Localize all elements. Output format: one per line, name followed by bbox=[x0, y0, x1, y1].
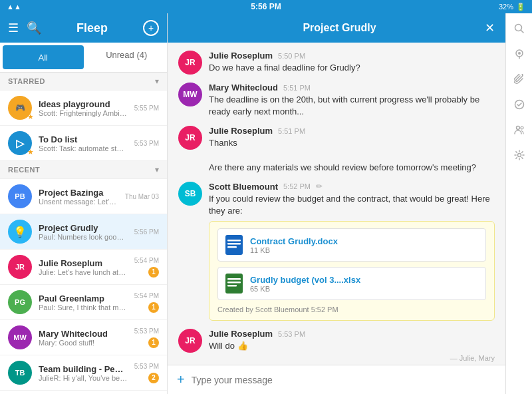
svg-rect-3 bbox=[227, 246, 237, 248]
message-text: Do we have a final deadline for Grudly? bbox=[209, 62, 495, 74]
conv-content: Julie Roseplum Julie: Let's have lunch a… bbox=[39, 258, 128, 276]
conv-project-bazinga[interactable]: PB Project Bazinga Unsent message: Let's… bbox=[0, 179, 167, 214]
avatar: MW bbox=[8, 325, 32, 349]
avatar: JR bbox=[178, 51, 202, 75]
message-time: 5:50 PM bbox=[278, 52, 305, 60]
message-row: SB Scott Bluemount 5:52 PM ✏ If you coul… bbox=[178, 182, 495, 321]
recent-chevron-icon[interactable]: ▾ bbox=[155, 165, 159, 174]
status-right-icons: 32% 🔋 bbox=[499, 3, 525, 11]
battery-level: 32% bbox=[499, 3, 513, 11]
conv-time: 5:53 PM bbox=[134, 327, 159, 335]
conv-name: Paul Greenlamp bbox=[39, 294, 128, 303]
avatar: 💡 bbox=[8, 220, 32, 244]
people-icon[interactable] bbox=[509, 120, 529, 140]
conv-julie-roseplum[interactable]: JR Julie Roseplum Julie: Let's have lunc… bbox=[0, 250, 167, 285]
message-sender: Julie Roseplum bbox=[209, 329, 273, 339]
svg-point-11 bbox=[518, 52, 521, 55]
conv-preview: Scott: Frighteningly Ambit... bbox=[39, 109, 128, 117]
conv-ideas-playground[interactable]: 🎮 ★ Ideas playground Scott: Frighteningl… bbox=[0, 91, 167, 126]
conv-paul-greenlamp[interactable]: PG Paul Greenlamp Paul: Sure, I think th… bbox=[0, 285, 167, 320]
message-row: JR Julie Roseplum 5:50 PM Do we have a f… bbox=[178, 51, 495, 75]
conv-preview: Julie: Let's have lunch at th... bbox=[39, 268, 128, 276]
conv-time: 5:56 PM bbox=[134, 228, 159, 236]
close-chat-button[interactable]: ✕ bbox=[485, 21, 495, 35]
avatar: JR bbox=[178, 126, 202, 150]
conv-meta: 5:53 PM 1 bbox=[134, 327, 159, 348]
chat-header: Project Grudly ✕ bbox=[168, 13, 505, 43]
pin-icon[interactable] bbox=[509, 44, 529, 64]
hamburger-icon[interactable]: ☰ bbox=[8, 21, 19, 35]
conv-mary-whitecloud[interactable]: MW Mary Whitecloud Mary: Good stuff! 5:5… bbox=[0, 320, 167, 355]
message-header: Scott Bluemount 5:52 PM ✏ bbox=[209, 182, 495, 192]
status-left-icons: ▲▲ bbox=[7, 3, 21, 11]
conv-name: Project Grudly bbox=[39, 223, 128, 233]
avatar: JR bbox=[178, 329, 202, 353]
file-size: 65 KB bbox=[250, 285, 479, 293]
conv-name: Mary Whitecloud bbox=[39, 329, 128, 339]
message-time: 5:51 PM bbox=[278, 127, 305, 135]
avatar: SB bbox=[178, 182, 202, 206]
conv-project-grudly[interactable]: 💡 Project Grudly Paul: Numbers look good… bbox=[0, 214, 167, 250]
message-header: Julie Roseplum 5:50 PM bbox=[209, 51, 495, 61]
svg-rect-1 bbox=[227, 240, 241, 242]
sidebar: ☰ 🔍 Fleep + All Unread (4) STARRED ▾ 🎮 bbox=[0, 13, 168, 394]
conv-content: Project Grudly Paul: Numbers look good t… bbox=[39, 223, 128, 241]
conv-preview: Unsent message: Let's... bbox=[39, 198, 118, 206]
message-content: Scott Bluemount 5:52 PM ✏ If you could r… bbox=[209, 182, 495, 321]
starred-label: STARRED bbox=[8, 77, 45, 85]
task-icon[interactable] bbox=[509, 95, 529, 114]
message-row: MW Mary Whitecloud 5:51 PM The deadline … bbox=[178, 83, 495, 118]
conv-team-building[interactable]: TB Team building - Peak District JulieR:… bbox=[0, 355, 167, 391]
message-sender: Scott Bluemount bbox=[209, 182, 278, 192]
message-content: Julie Roseplum 5:53 PM Will do 👍 — Julie… bbox=[209, 329, 495, 361]
attach-icon[interactable] bbox=[509, 69, 529, 89]
avatar: MW bbox=[178, 83, 202, 106]
edit-message-icon[interactable]: ✏ bbox=[316, 182, 323, 191]
conv-preview: Paul: Sure, I think that mak... bbox=[39, 303, 128, 311]
chat-title: Project Grudly bbox=[194, 22, 485, 34]
avatar: PB bbox=[8, 184, 32, 208]
battery-icon: 🔋 bbox=[516, 3, 525, 11]
add-conversation-button[interactable]: + bbox=[143, 20, 159, 36]
svg-rect-5 bbox=[227, 278, 241, 280]
conv-content: Team building - Peak District JulieR: Hi… bbox=[39, 364, 128, 382]
conv-name: Team building - Peak District bbox=[39, 364, 128, 374]
conv-content: Paul Greenlamp Paul: Sure, I think that … bbox=[39, 294, 128, 311]
message-header: Julie Roseplum 5:51 PM bbox=[209, 126, 495, 136]
unread-badge: 1 bbox=[148, 267, 159, 278]
unread-badge: 2 bbox=[148, 373, 159, 383]
svg-line-9 bbox=[521, 31, 523, 33]
svg-point-14 bbox=[516, 126, 519, 130]
message-row: JR Julie Roseplum 5:53 PM Will do 👍 — Ju… bbox=[178, 329, 495, 361]
message-content: Julie Roseplum 5:50 PM Do we have a fina… bbox=[209, 51, 495, 74]
conv-time: 5:54 PM bbox=[134, 292, 159, 299]
message-header: Julie Roseplum 5:53 PM bbox=[209, 329, 495, 339]
conv-meta: 5:54 PM 1 bbox=[134, 257, 159, 278]
settings-icon[interactable] bbox=[509, 145, 529, 165]
messages-container: JR Julie Roseplum 5:50 PM Do we have a f… bbox=[168, 43, 505, 365]
conv-content: Project Bazinga Unsent message: Let's... bbox=[39, 188, 118, 206]
search-icon[interactable] bbox=[509, 19, 529, 39]
attach-button[interactable]: + bbox=[177, 372, 185, 387]
svg-rect-6 bbox=[227, 282, 241, 284]
conv-meta: 5:55 PM bbox=[134, 104, 159, 112]
conv-content: To Do list Scott: Task: automate stats..… bbox=[39, 134, 128, 152]
tab-all[interactable]: All bbox=[3, 45, 84, 69]
message-sender: Julie Roseplum bbox=[209, 126, 273, 136]
recent-section-header: RECENT ▾ bbox=[0, 161, 167, 179]
recent-label: RECENT bbox=[8, 166, 40, 174]
tab-unread[interactable]: Unread (4) bbox=[86, 43, 168, 67]
file-item-contract[interactable]: Contract Grudly.docx 11 KB bbox=[217, 228, 486, 262]
svg-rect-2 bbox=[227, 243, 241, 245]
chat-area: Project Grudly ✕ JR Julie Roseplum 5:50 … bbox=[168, 13, 505, 394]
conv-preview: JulieR: Hi y'all, You've been... bbox=[39, 374, 128, 382]
starred-chevron-icon[interactable]: ▾ bbox=[155, 77, 159, 86]
conv-todo-list[interactable]: ▷ ★ To Do list Scott: Task: automate sta… bbox=[0, 126, 167, 161]
wifi-icon: ▲▲ bbox=[7, 3, 21, 11]
message-sender: Julie Roseplum bbox=[209, 51, 273, 61]
message-input[interactable] bbox=[192, 375, 496, 385]
conv-meta: 5:56 PM bbox=[134, 228, 159, 236]
conv-time: 5:54 PM bbox=[134, 257, 159, 264]
file-item-budget[interactable]: Grudly budget (vol 3....xlsx 65 KB bbox=[217, 267, 486, 300]
search-sidebar-icon[interactable]: 🔍 bbox=[27, 21, 41, 35]
